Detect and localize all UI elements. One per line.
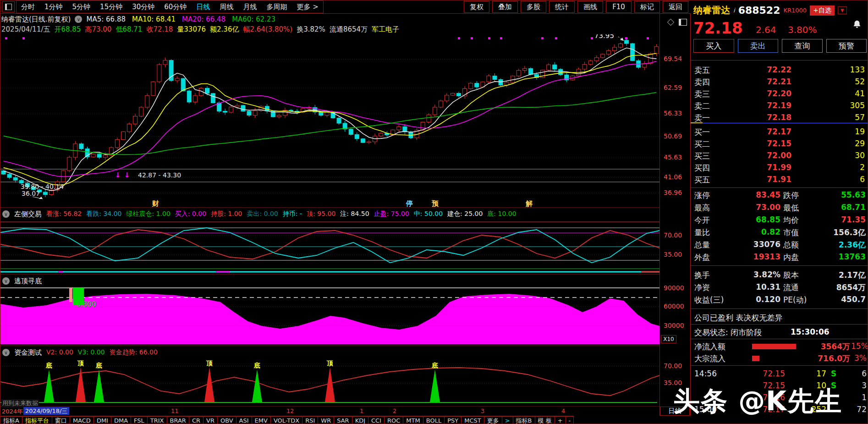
candle-body [67,157,71,171]
tab-5分钟[interactable]: 5分钟 [72,3,91,11]
chevron-down-icon[interactable]: ▼ [838,6,847,14]
tab-周线[interactable]: 周线 [220,3,233,11]
candle-body [349,129,353,135]
candle-body [582,64,587,69]
book-price[interactable]: 72.21 [746,77,791,86]
toolbar-button-叠加[interactable]: 叠加 [492,1,518,13]
pane1-param: 持币: - [283,210,302,218]
candle-body [235,105,239,107]
axis-label: 70.00 [664,362,682,369]
indicator-button-WR[interactable]: WR [318,416,334,424]
book-price[interactable]: 72.20 [746,89,791,98]
book-price[interactable]: 71.99 [746,163,791,172]
book-price[interactable]: 72.22 [746,65,791,74]
pane2-title[interactable]: 逃顶寻底 [14,277,42,286]
indicator-button-SAR[interactable]: SAR [334,416,352,424]
company-notice-row: 公司已盈利 表决权无差异 [691,313,868,323]
indicator-button--[interactable]: - [566,416,574,424]
info-item: 收72.18 [146,25,173,34]
trade-button-卖出[interactable]: 卖出 [738,39,779,53]
indicator-button-DMA[interactable]: DMA [111,416,131,424]
pane3-spike-label: 顶 [326,359,333,367]
chevron-down-icon[interactable]: ∨ [2,210,10,218]
indicator-button-VOL-TDX[interactable]: VOL-TDX [270,416,302,424]
indicator-button-OBV[interactable]: OBV [217,416,236,424]
tab-日线[interactable]: 日线 [196,3,210,11]
event-badge-预[interactable]: 预 [432,199,439,208]
toolbar-button-画线[interactable]: 画线 [577,1,603,13]
book-price[interactable]: 72.18 [746,113,791,122]
pane3-title[interactable]: 资金测试 [14,348,42,357]
price-change: 2.64 [756,24,776,35]
indicator-button-FSL[interactable]: FSL [131,416,148,424]
book-price[interactable]: 72.17 [746,127,791,136]
indicator-button-VR[interactable]: VR [203,416,218,424]
add-watchlist-button[interactable]: +自选 [810,6,835,16]
toolbar-button-标记[interactable]: 标记 [634,1,660,13]
event-badge-解[interactable]: 解 [526,199,533,208]
pane1-title[interactable]: 左侧交易 [14,210,42,219]
toolbar-button-F10[interactable]: F10 [606,1,632,13]
book-price[interactable]: 72.19 [746,101,791,110]
chevron-down-icon[interactable]: ∨ [2,349,10,356]
indicator-button-KDJ[interactable]: KDJ [352,416,368,424]
selected-date[interactable]: 2024/09/18/三 [23,407,69,415]
indicator-button-BRAR[interactable]: BRAR [167,416,189,424]
indicator-button-PSY[interactable]: PSY [444,416,461,424]
tab-30分钟[interactable]: 30分钟 [132,3,154,11]
toolbar-button-返回[interactable]: 返回 [663,1,688,13]
indicator-button->[interactable]: > [502,416,513,424]
tab-月线[interactable]: 月线 [243,3,257,11]
tab-更多 >[interactable]: 更多 > [297,3,318,11]
trade-button-买入[interactable]: 买入 [693,39,734,53]
stat-value: 55.63 [820,190,866,199]
chevron-down-icon[interactable]: ∨ [2,277,10,285]
book-level-label: 卖四 [694,77,710,88]
book-price[interactable]: 72.15 [746,139,791,148]
indicator-button-EMV[interactable]: EMV [252,416,271,424]
candle-body [457,93,461,96]
indicator-button-TRIX[interactable]: TRIX [147,416,167,424]
indicator-button-MTM[interactable]: MTM [403,416,423,424]
alert-bell-icon[interactable] [852,20,862,32]
event-badge-停[interactable]: 停 [406,199,413,208]
indicator-button-指标B[interactable]: 指标B [513,416,535,424]
indicator-button-CR[interactable]: CR [189,416,203,424]
info-icon[interactable]: i [733,7,735,14]
chevron-down-icon[interactable]: ∨ [75,16,82,23]
book-price[interactable]: 71.91 [746,175,791,184]
indicator-button-ROC[interactable]: ROC [384,416,403,424]
indicator-button-MACD[interactable]: MACD [70,416,94,424]
flow-pct: 15% [851,341,867,351]
book-price[interactable]: 72.00 [746,151,791,160]
tab-60分钟[interactable]: 60分钟 [164,3,187,11]
indicator-button-BOLL[interactable]: BOLL [423,416,445,424]
indicator-button-窗口[interactable]: 窗口 [52,416,70,424]
tab-分时[interactable]: 分时 [21,3,35,11]
indicator-button-CCI[interactable]: CCI [368,416,385,424]
indicator-button-指标平台[interactable]: 指标平台 [22,416,52,424]
indicator-button-指标A[interactable]: 指标A [0,416,22,424]
trade-button-预警[interactable]: 预警 [826,39,867,53]
indicator-button-ASI[interactable]: ASI [236,416,252,424]
tab-15分钟[interactable]: 15分钟 [100,3,122,11]
indicator-button-更多[interactable]: 更多 [484,416,502,424]
toolbar-button-多股[interactable]: 多股 [521,1,546,13]
book-row: 卖四72.2152 [691,77,868,87]
tab-1分钟[interactable]: 1分钟 [44,3,63,11]
indicator-button-DMI[interactable]: DMI [93,416,111,424]
indicator-button-MCST[interactable]: MCST [461,416,484,424]
indicator-button-模 板[interactable]: 模 板 [535,416,555,424]
candle-body [13,177,17,180]
window-split-icon[interactable] [2,1,15,12]
event-badge-财[interactable]: 财 [152,199,159,208]
stat-value: 0.82 [736,227,780,237]
toolbar-button-复权[interactable]: 复权 [464,1,489,13]
indicator-button-RSI[interactable]: RSI [302,416,318,424]
tab-多周期[interactable]: 多周期 [266,3,287,11]
trade-button-查询[interactable]: 查询 [782,39,823,53]
pane3-spike-label: 底 [95,362,102,369]
toolbar-button-统计[interactable]: 统计 [549,1,575,13]
indicator-button-+[interactable]: + [555,416,566,424]
book-level-label: 卖三 [694,89,710,99]
